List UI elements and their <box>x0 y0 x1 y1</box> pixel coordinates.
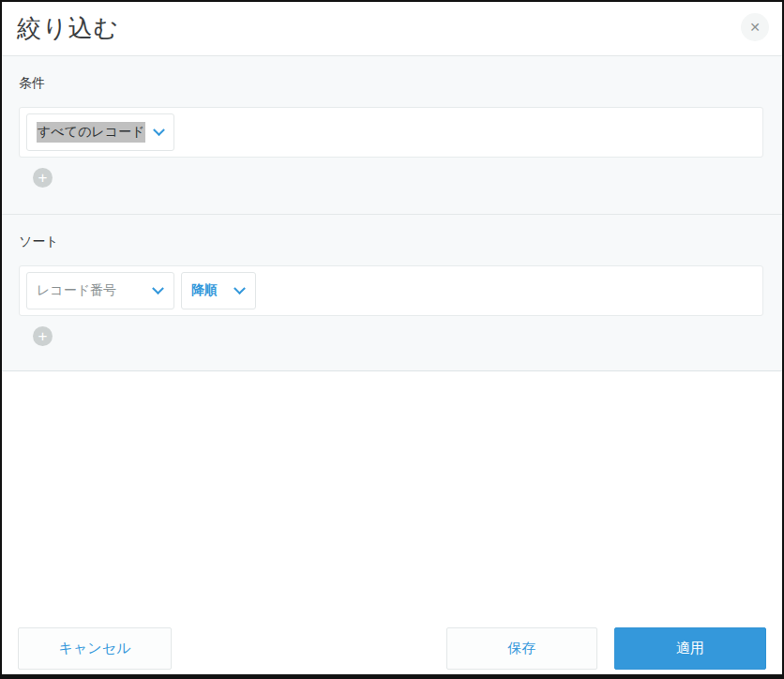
close-icon: ✕ <box>749 20 761 35</box>
sort-order-value: 降順 <box>191 282 218 299</box>
record-scope-value: すべてのレコード <box>37 122 145 143</box>
sort-order-dropdown[interactable]: 降順 <box>181 272 256 309</box>
dialog-body-spacer <box>2 371 782 627</box>
chevron-down-icon <box>234 282 246 294</box>
plus-icon: + <box>38 327 48 345</box>
conditions-label: 条件 <box>19 75 763 92</box>
add-sort-button[interactable]: + <box>33 326 53 346</box>
sort-field-dropdown[interactable]: レコード番号 <box>26 272 174 309</box>
cancel-button[interactable]: キャンセル <box>18 627 172 670</box>
dialog-header: 絞り込む ✕ <box>2 2 782 56</box>
dialog-footer: キャンセル 保存 適用 <box>2 627 782 674</box>
record-scope-dropdown[interactable]: すべてのレコード <box>26 113 174 151</box>
apply-button[interactable]: 適用 <box>614 627 766 670</box>
close-button[interactable]: ✕ <box>741 13 769 41</box>
chevron-down-icon <box>152 282 164 294</box>
sort-section: ソート レコード番号 降順 + <box>2 214 782 371</box>
conditions-section: 条件 すべてのレコード + <box>2 56 782 214</box>
add-condition-button[interactable]: + <box>33 168 53 188</box>
sort-row: レコード番号 降順 <box>19 265 763 316</box>
sort-label: ソート <box>19 234 763 250</box>
footer-right-group: 保存 適用 <box>446 627 766 670</box>
sort-field-value: レコード番号 <box>37 282 116 299</box>
dialog-title: 絞り込む <box>17 12 119 45</box>
plus-icon: + <box>38 169 48 187</box>
filter-dialog: 絞り込む ✕ 条件 すべてのレコード + ソート レコード番号 降順 <box>0 0 784 679</box>
chevron-down-icon <box>153 124 165 136</box>
save-button[interactable]: 保存 <box>446 627 597 670</box>
condition-row: すべてのレコード <box>19 107 763 158</box>
